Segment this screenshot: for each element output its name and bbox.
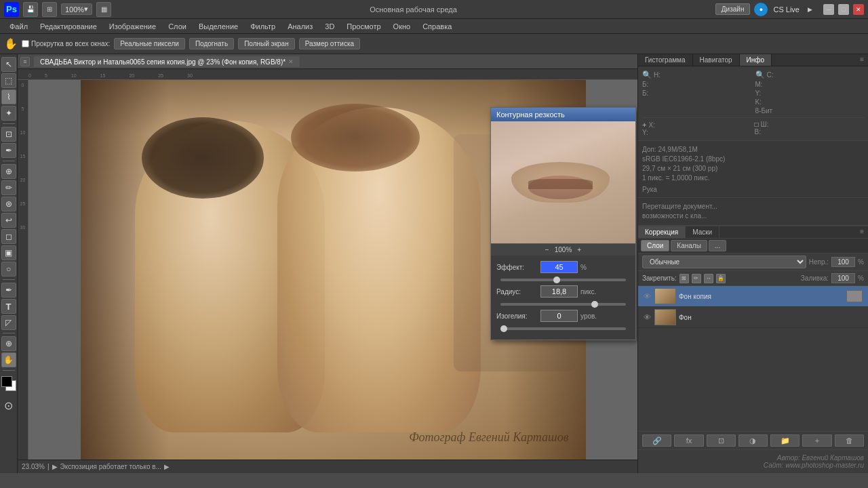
layer-group-button[interactable]: 📁 [770, 434, 800, 447]
lock-paint-icon[interactable]: ✏ [692, 274, 701, 283]
menu-analysis[interactable]: Анализ [282, 21, 318, 32]
correction-tab[interactable]: Коррекция [638, 226, 686, 238]
lasso-tool[interactable]: ⌇ [1, 89, 16, 104]
brush-tool[interactable]: ✏ [1, 180, 16, 195]
channels-tab[interactable]: Каналы [671, 240, 707, 251]
crop-tool[interactable]: ⊡ [1, 127, 16, 142]
dodge-tool[interactable]: ○ [1, 262, 16, 277]
menu-filter[interactable]: Фильтр [245, 21, 281, 32]
opacity-input[interactable] [831, 257, 855, 267]
effect-unit: % [580, 264, 587, 271]
threshold-slider[interactable] [500, 327, 626, 330]
hand-tool[interactable]: ✋ [1, 352, 16, 367]
menu-edit[interactable]: Редактирование [35, 21, 102, 32]
fill-label: Заливка: [801, 274, 829, 282]
lock-all-icon[interactable]: 🔒 [716, 274, 726, 283]
zoom-display: 23.03% [22, 463, 45, 470]
layer-new-button[interactable]: + [802, 434, 831, 447]
dialog-title[interactable]: Контурная резкость [491, 108, 635, 121]
layers-tab[interactable]: Слои [641, 240, 669, 251]
actual-pixels-button[interactable]: Реальные пиксели [114, 38, 185, 49]
layer-mask-button[interactable]: ⊡ [707, 434, 736, 447]
document-tab[interactable]: СВАДЬБА Виктор и Наталья0065 сепия копия… [34, 56, 300, 67]
radius-slider[interactable] [500, 303, 626, 306]
pen-tool[interactable]: ✒ [1, 283, 16, 298]
panel-options-icon[interactable]: ≡ [856, 54, 868, 66]
layout-icon[interactable]: ▦ [96, 2, 111, 17]
layer-item-fon[interactable]: 👁 Фон [638, 307, 868, 328]
quick-mask-icon[interactable]: ⊙ [4, 399, 13, 412]
hand-tool-icon[interactable]: ✋ [4, 37, 18, 50]
zoom-increase-button[interactable]: + [574, 246, 584, 253]
histogram-tab[interactable]: Гистограмма [638, 54, 693, 66]
effect-slider[interactable] [500, 279, 626, 281]
threshold-input[interactable] [540, 310, 578, 322]
tab-close-icon[interactable]: ✕ [288, 58, 294, 65]
masks-tab[interactable]: Маски [686, 226, 719, 238]
layer-item-fon-kopiya[interactable]: 👁 Фон копия [638, 286, 868, 307]
layer-list: 👁 Фон копия 👁 Фон [638, 286, 868, 431]
effect-input[interactable] [540, 261, 578, 273]
menu-window[interactable]: Окно [388, 21, 416, 32]
heal-tool[interactable]: ⊕ [1, 164, 16, 179]
blend-mode-select[interactable]: Обычные [642, 256, 806, 268]
radius-slider-thumb[interactable] [591, 301, 598, 308]
layer-link-button[interactable]: 🔗 [642, 434, 671, 447]
menu-layers[interactable]: Слои [163, 21, 192, 32]
radius-input[interactable] [540, 285, 578, 298]
zoom-decrease-button[interactable]: − [542, 246, 552, 253]
menu-file[interactable]: Файл [4, 21, 33, 32]
effect-slider-thumb[interactable] [553, 277, 560, 283]
save-icon[interactable]: 💾 [23, 2, 38, 17]
cs-live-label[interactable]: CS Live [773, 5, 800, 14]
text-tool[interactable]: T [1, 299, 16, 314]
foreground-color[interactable] [1, 376, 12, 387]
layer-delete-button[interactable]: 🗑 [835, 434, 864, 447]
view-icon[interactable]: ⊞ [42, 2, 57, 17]
info-tab[interactable]: Инфо [740, 54, 772, 66]
maximize-button[interactable]: □ [838, 4, 849, 15]
scroll-all-input[interactable] [22, 40, 29, 47]
rectangle-select-tool[interactable]: ⬚ [1, 73, 16, 88]
zoom-tool[interactable]: ⊕ [1, 336, 16, 351]
navigator-tab[interactable]: Навигатор [693, 54, 740, 66]
menu-help[interactable]: Справка [417, 21, 457, 32]
correction-options-icon[interactable]: ≡ [856, 226, 868, 238]
print-size-button[interactable]: Размер оттиска [299, 38, 360, 49]
clone-tool[interactable]: ⊛ [1, 197, 16, 211]
layer-style-button[interactable]: fx [674, 434, 703, 447]
fit-button[interactable]: Подогнать [189, 38, 234, 49]
more-tab[interactable]: ... [709, 240, 726, 251]
menu-image[interactable]: Изображение [104, 21, 161, 32]
move-tool[interactable]: ↖ [1, 57, 16, 72]
layer-eye-fon-kopiya[interactable]: 👁 [642, 291, 652, 301]
fullscreen-button[interactable]: Полный экран [238, 38, 295, 49]
effect-label: Эффект: [496, 264, 540, 271]
eraser-tool[interactable]: ◻ [1, 229, 16, 244]
layer-adj-button[interactable]: ◑ [738, 434, 768, 447]
menu-view[interactable]: Просмотр [341, 21, 386, 32]
status-arrow: ▶ [164, 463, 170, 470]
threshold-slider-thumb[interactable] [500, 325, 507, 332]
tab-list-icon[interactable]: ≡ [20, 57, 30, 66]
scroll-all-checkbox[interactable]: Прокрутка во всех окнах: [22, 40, 110, 47]
magic-wand-tool[interactable]: ✦ [1, 106, 16, 121]
minimize-button[interactable]: ─ [823, 4, 834, 15]
ruler-tick-0: 0 [28, 73, 31, 78]
menu-select[interactable]: Выделение [193, 21, 243, 32]
lock-move-icon[interactable]: ↔ [704, 274, 713, 283]
shape-tool[interactable]: ◸ [1, 315, 16, 330]
fill-input[interactable] [831, 273, 855, 283]
design-button[interactable]: Дизайн [715, 3, 751, 15]
lock-transparent-icon[interactable]: ⊠ [679, 274, 689, 283]
k-label: K: [755, 98, 865, 106]
eyedropper-tool[interactable]: ✒ [1, 143, 16, 158]
canvas-viewport[interactable]: Фотограф Евгений Карташов Контурная резк… [28, 80, 637, 460]
close-button[interactable]: ✕ [853, 4, 864, 15]
history-brush-tool[interactable]: ↩ [1, 213, 16, 228]
zoom-control[interactable]: 100% ▾ [61, 3, 92, 15]
layer-eye-fon[interactable]: 👁 [642, 312, 652, 322]
dialog-preview[interactable] [491, 121, 635, 243]
menu-3d[interactable]: 3D [319, 21, 340, 32]
gradient-tool[interactable]: ▣ [1, 245, 16, 260]
